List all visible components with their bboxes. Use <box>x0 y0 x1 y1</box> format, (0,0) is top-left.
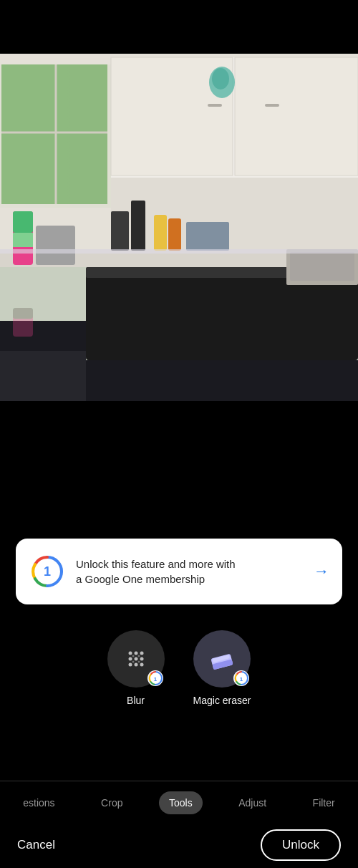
svg-rect-12 <box>235 57 358 175</box>
svg-point-49 <box>132 655 134 657</box>
tool-item-blur[interactable]: 1 Blur <box>107 630 165 706</box>
promo-arrow-icon: → <box>314 562 329 581</box>
bottom-bar: Cancel Unlock <box>0 822 358 868</box>
svg-rect-1 <box>0 0 358 54</box>
magic-eraser-google-one-badge: 1 <box>233 670 249 686</box>
svg-rect-28 <box>131 201 145 251</box>
svg-point-42 <box>140 652 143 655</box>
svg-rect-25 <box>13 233 33 247</box>
svg-rect-14 <box>265 104 279 107</box>
svg-rect-37 <box>13 308 33 319</box>
svg-text:1: 1 <box>240 676 243 683</box>
svg-point-52 <box>137 661 140 663</box>
tab-tools[interactable]: Tools <box>159 791 203 814</box>
svg-point-43 <box>128 657 132 661</box>
google-one-logo: 1 <box>29 553 66 590</box>
svg-rect-35 <box>0 351 86 401</box>
svg-rect-13 <box>208 104 222 107</box>
svg-rect-29 <box>154 215 167 251</box>
bottom-tabs: estions Crop Tools Adjust Filter <box>0 781 358 824</box>
promo-card[interactable]: 1 Unlock this feature and more with a Go… <box>16 539 342 604</box>
svg-rect-27 <box>111 211 129 251</box>
svg-rect-22 <box>290 252 354 281</box>
screen: 1 Unlock this feature and more with a Go… <box>0 0 358 868</box>
tab-crop[interactable]: Crop <box>91 791 132 814</box>
blur-icon <box>122 645 150 673</box>
svg-point-40 <box>128 652 132 655</box>
svg-point-48 <box>140 663 143 667</box>
svg-rect-24 <box>13 211 33 233</box>
svg-rect-18 <box>111 178 358 249</box>
svg-rect-30 <box>168 218 181 251</box>
svg-point-46 <box>128 663 132 667</box>
svg-point-16 <box>212 68 229 90</box>
promo-text: Unlock this feature and more with a Goog… <box>76 556 304 587</box>
svg-text:1: 1 <box>44 564 51 579</box>
tab-adjust[interactable]: Adjust <box>228 791 276 814</box>
magic-eraser-label: Magic eraser <box>193 695 251 706</box>
svg-point-51 <box>132 661 134 663</box>
unlock-button[interactable]: Unlock <box>261 829 341 861</box>
tool-item-magic-eraser[interactable]: 1 Magic eraser <box>193 630 251 706</box>
blur-google-one-badge: 1 <box>147 670 163 686</box>
cancel-button[interactable]: Cancel <box>17 838 55 852</box>
svg-text:1: 1 <box>153 676 157 683</box>
magic-eraser-icon-wrap[interactable]: 1 <box>193 630 251 688</box>
tab-suggestions[interactable]: estions <box>13 791 64 814</box>
blur-icon-wrap[interactable]: 1 <box>107 630 165 688</box>
tools-row: 1 Blur <box>0 630 358 706</box>
photo-area <box>0 0 358 401</box>
svg-point-41 <box>134 652 137 655</box>
svg-point-47 <box>134 663 137 667</box>
svg-point-50 <box>137 655 140 657</box>
svg-rect-26 <box>36 226 75 265</box>
blur-label: Blur <box>127 695 145 706</box>
svg-rect-34 <box>86 360 358 401</box>
tab-filter[interactable]: Filter <box>303 791 345 814</box>
svg-point-44 <box>134 657 137 661</box>
svg-rect-7 <box>1 64 107 204</box>
svg-rect-32 <box>0 249 358 254</box>
svg-rect-31 <box>186 222 229 251</box>
svg-point-45 <box>140 657 143 661</box>
